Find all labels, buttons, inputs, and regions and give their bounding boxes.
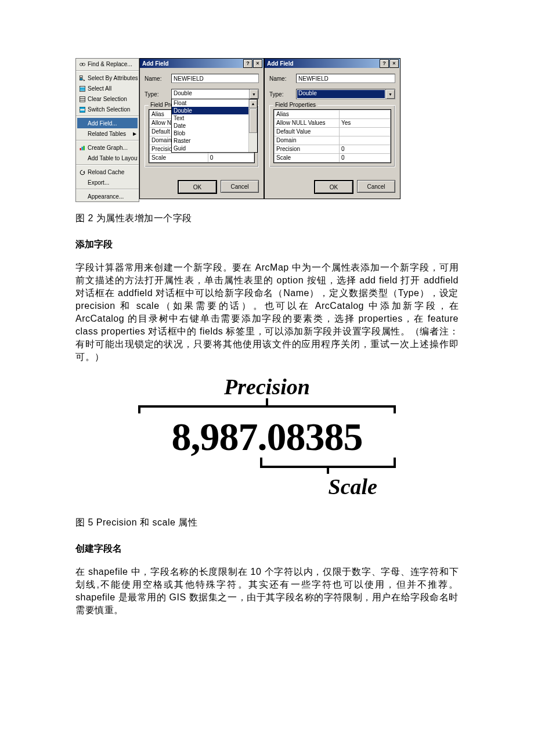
dropdown-arrow-icon[interactable]: ▼ <box>385 89 395 99</box>
scroll-up-icon[interactable]: ▲ <box>249 99 257 108</box>
type-select-value: Double <box>297 90 385 98</box>
menu-clear-selection[interactable]: Clear Selection <box>76 93 139 104</box>
type-option[interactable]: Raster <box>172 137 257 145</box>
svg-rect-13 <box>80 110 85 112</box>
cancel-button[interactable]: Cancel <box>221 180 259 193</box>
add-field-dialog-left: Add Field ? × Name: NEWFIELD Type: Doubl… <box>139 58 264 199</box>
clear-selection-icon <box>77 96 88 103</box>
precision-bracket-top <box>138 399 396 416</box>
type-select[interactable]: Double ▼ <box>296 89 395 99</box>
type-option[interactable]: Float <box>172 99 257 107</box>
name-label: Name: <box>269 75 296 82</box>
scroll-thumb[interactable] <box>249 109 257 133</box>
close-button[interactable]: × <box>389 59 399 68</box>
menu-add-table-to-layout[interactable]: Add Table to Layout <box>76 153 139 163</box>
create-graph-icon <box>77 145 88 152</box>
field-properties-table: Alias Allow NULL ValuesYes Default Value… <box>274 110 391 163</box>
menu-find-replace-label: Find & Replace... <box>88 61 138 67</box>
sample-number: 8,987.08385 <box>134 417 400 456</box>
paragraph-add-field: 字段计算器常用来创建一个新字段。要在 ArcMap 中为一个属性表添加一个新字段… <box>75 261 459 363</box>
type-option[interactable]: Guid <box>172 145 257 152</box>
svg-rect-3 <box>80 75 83 77</box>
menu-clear-selection-label: Clear Selection <box>88 96 138 102</box>
titlebar[interactable]: Add Field ? × <box>140 59 264 68</box>
svg-rect-7 <box>80 89 85 90</box>
name-input[interactable]: NEWFIELD <box>296 74 395 83</box>
paragraph-create-fieldname: 在 shapefile 中，字段名称的长度限制在 10 个字符以内，仅限于数字、… <box>75 566 459 617</box>
figure-caption-5: 图 5 Precision 和 scale 属性 <box>75 517 459 529</box>
scale-label: Scale <box>134 474 400 499</box>
menu-create-graph-label: Create Graph... <box>88 145 138 151</box>
heading-add-field: 添加字段 <box>75 239 459 251</box>
switch-selection-icon <box>77 106 88 113</box>
figure-caption-2: 图 2 为属性表增加一个字段 <box>75 213 459 225</box>
type-select[interactable]: Double ▼ Float Double Text Date Blob Ras… <box>171 89 259 99</box>
menu-select-all[interactable]: Select All <box>76 83 139 93</box>
menu-related-tables-label: Related Tables <box>88 131 132 137</box>
add-field-dialog-right: Add Field ? × Name: NEWFIELD Type: Doubl… <box>264 58 400 199</box>
menu-create-graph[interactable]: Create Graph... <box>76 142 139 153</box>
table-row: Alias <box>275 110 391 119</box>
titlebar[interactable]: Add Field ? × <box>265 59 400 68</box>
name-label: Name: <box>145 75 171 82</box>
menu-appearance[interactable]: Appearance... <box>76 191 139 201</box>
dropdown-arrow-icon[interactable]: ▼ <box>249 89 258 99</box>
type-option[interactable]: Double <box>172 107 257 114</box>
type-label: Type: <box>145 91 171 98</box>
binoculars-icon <box>77 61 88 68</box>
dialog-title: Add Field <box>266 60 379 67</box>
ok-button[interactable]: OK <box>314 180 353 194</box>
menu-export[interactable]: Export... <box>76 177 139 188</box>
scrollbar[interactable]: ▲ <box>248 99 257 152</box>
svg-rect-2 <box>82 63 83 64</box>
help-button[interactable]: ? <box>380 59 389 68</box>
heading-create-fieldname: 创建字段名 <box>75 543 459 555</box>
table-row: Scale0 <box>150 154 254 163</box>
precision-scale-figure: Precision 8,987.08385 Scale <box>134 374 400 499</box>
menu-select-by-attributes-label: Select By Attributes... <box>88 75 138 81</box>
menu-switch-selection[interactable]: Switch Selection <box>76 104 139 114</box>
menu-find-replace[interactable]: Find & Replace... <box>76 59 139 69</box>
type-option[interactable]: Date <box>172 122 257 129</box>
cancel-button[interactable]: Cancel <box>357 180 395 193</box>
menu-export-label: Export... <box>88 179 138 186</box>
type-option[interactable]: Text <box>172 114 257 122</box>
submenu-arrow-icon: ▶ <box>132 131 138 136</box>
table-row: Default Value <box>275 128 391 136</box>
type-label: Type: <box>269 91 296 98</box>
ok-button[interactable]: OK <box>178 180 217 194</box>
menu-appearance-label: Appearance... <box>88 193 138 200</box>
type-dropdown-list: Float Double Text Date Blob Raster Guid … <box>171 99 258 153</box>
menu-switch-selection-label: Switch Selection <box>88 106 138 113</box>
svg-rect-14 <box>80 148 81 150</box>
type-select-value: Double <box>172 89 249 99</box>
select-by-attributes-icon <box>77 75 88 82</box>
svg-rect-4 <box>80 78 83 80</box>
table-row: Precision0 <box>275 145 391 154</box>
refresh-icon <box>77 169 88 176</box>
table-row: Domain <box>275 136 391 145</box>
type-option[interactable]: Blob <box>172 129 257 137</box>
scale-bracket-bottom <box>260 458 396 474</box>
svg-rect-8 <box>80 96 85 102</box>
menu-select-by-attributes[interactable]: Select By Attributes... <box>76 73 139 83</box>
close-button[interactable]: × <box>253 59 262 68</box>
menu-add-field-label: Add Field... <box>88 120 136 127</box>
select-all-icon <box>77 85 88 92</box>
precision-label: Precision <box>134 374 400 399</box>
svg-rect-6 <box>80 87 85 88</box>
field-properties-group: Field Properties Alias Allow NULL Values… <box>269 105 395 167</box>
dialog-title: Add Field <box>141 60 243 67</box>
menu-related-tables[interactable]: Related Tables ▶ <box>76 128 139 139</box>
name-input[interactable]: NEWFIELD <box>171 74 259 83</box>
svg-rect-15 <box>82 146 83 150</box>
group-legend: Field Properties <box>273 102 317 108</box>
table-row: Allow NULL ValuesYes <box>275 119 391 128</box>
svg-rect-16 <box>84 146 85 150</box>
context-menu: Find & Replace... Select By Attributes..… <box>75 58 139 202</box>
table-row: Scale0 <box>275 154 391 163</box>
menu-add-field[interactable]: Add Field... <box>77 118 138 128</box>
help-button[interactable]: ? <box>243 59 252 68</box>
menu-reload-cache[interactable]: Reload Cache <box>76 167 139 177</box>
menu-add-table-to-layout-label: Add Table to Layout <box>88 155 138 161</box>
